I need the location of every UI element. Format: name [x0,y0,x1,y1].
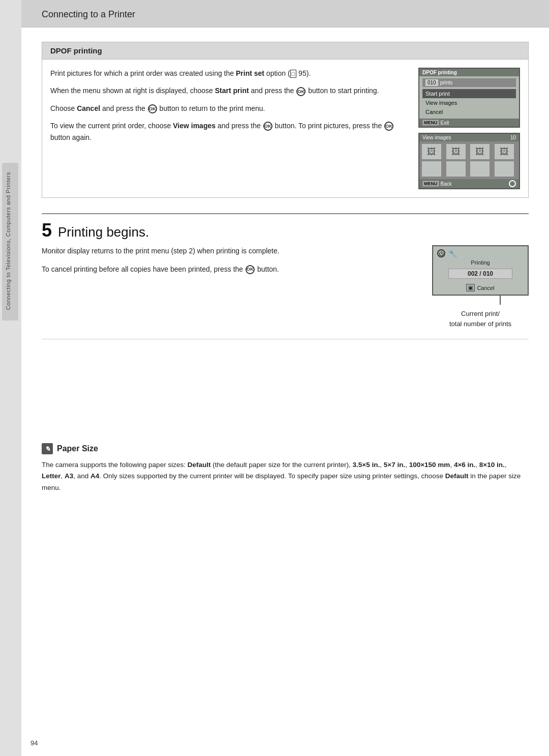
step-header: 5 Printing begins. [42,214,529,245]
view-thumb-5 [421,161,442,177]
view-screen-count: 10 [510,135,516,140]
view-thumb-8 [494,161,514,177]
dpof-screens-column: DPOF printing 010 prints Start print Vie… [418,68,520,189]
page: Connecting to Televisions, Computers and… [0,0,549,756]
view-screen-header: View images 10 [419,134,519,141]
dpof-menu-screen: DPOF printing 010 prints Start print Vie… [418,68,520,128]
cam-prints-row: 010 prints [422,78,516,87]
sidebar: Connecting to Televisions, Computers and… [0,0,21,756]
view-thumb-6 [446,161,466,177]
magnify-icon [509,180,516,187]
cam-screen-header: DPOF printing [419,69,519,76]
step-body: Monitor display returns to the print men… [42,245,529,339]
print-caption-line1: Current print/ [461,310,500,317]
step-number: 5 [42,221,52,240]
note-section: ✎ Paper Size The camera supports the fol… [42,433,529,509]
ok-button-icon-1: OK [296,87,306,96]
ok-button-icon-5: OK [246,265,255,274]
dpof-para-3: Choose Cancel and press the OK button to… [50,103,408,114]
print-progress-screen: ⏻ 🔧 Printing 002 / 010 ▣ Cancel [432,245,529,296]
print-cancel-icon: ▣ [466,284,475,292]
main-content: Connecting to a Printer DPOF printing Pr… [21,0,549,756]
dpof-para-4: To view the current print order, choose … [50,120,408,143]
cam-menu-start-print[interactable]: Start print [422,89,516,98]
cam-menu-view-images[interactable]: View images [422,98,516,107]
top-header: Connecting to a Printer [21,0,549,27]
print-counter-box: 002 / 010 [448,269,512,279]
sidebar-tab: Connecting to Televisions, Computers and… [2,163,18,321]
cam-screen-body: 010 prints Start print View images Cance… [419,76,519,119]
view-screen-title: View images [422,135,451,140]
dpof-para-1: Print pictures for which a print order w… [50,68,408,79]
ok-button-icon-4: OK [384,122,393,131]
menu-label-back: MENU [422,181,439,187]
view-screen-footer: MENU Back [419,179,519,188]
print-cancel-row: ▣ Cancel [433,281,528,295]
content-area: DPOF printing Print pictures for which a… [21,27,549,509]
print-label: Printing [433,258,528,267]
step-para-2: To cancel printing before all copies hav… [42,264,417,276]
view-thumb-2: 🖼 [446,143,466,160]
print-screen-container: ⏻ 🔧 Printing 002 / 010 ▣ Cancel [432,245,529,329]
view-thumb-1: 🖼 [421,143,442,160]
cam-menu-cancel[interactable]: Cancel [422,107,516,117]
print-power-icon: ⏻ [437,249,445,257]
menu-exit-text: Exit [441,120,449,126]
print-cancel-label: Cancel [477,285,494,291]
sidebar-label: Connecting to Televisions, Computers and… [5,172,11,310]
view-thumb-4: 🖼 [494,143,514,160]
cam-prints-label: prints [440,80,452,85]
dpof-text-column: Print pictures for which a print order w… [50,68,408,189]
cam-prints-count: 010 [425,79,438,86]
print-caption: Current print/ total number of prints [449,309,511,329]
dpof-body: Print pictures for which a print order w… [42,60,528,197]
page-title: Connecting to a Printer [42,9,135,19]
dpof-para-2: When the menu shown at right is displaye… [50,85,408,96]
note-text: The camera supports the following paper … [42,459,529,493]
step-title: Printing begins. [58,224,149,240]
note-title: Paper Size [57,444,98,453]
step-para-1: Monitor display returns to the print men… [42,245,417,257]
view-thumb-7 [470,161,490,177]
view-back-text: Back [441,181,452,187]
spacer [42,352,529,433]
callout [480,296,501,305]
dpof-heading: DPOF printing [42,42,528,60]
print-screen-icons: ⏻ 🔧 [433,246,528,258]
cam-menu-footer: MENU Exit [419,119,519,127]
page-number: 94 [30,739,38,747]
print-counter-wrapper: 002 / 010 [433,269,528,279]
view-images-screen: View images 10 🖼 🖼 🖼 🖼 [418,133,520,189]
ok-button-icon-3: OK [263,122,272,131]
step-5-section: 5 Printing begins. Monitor display retur… [42,213,529,339]
dpof-section: DPOF printing Print pictures for which a… [42,42,529,198]
view-footer-back: MENU Back [422,181,452,187]
note-icon-symbol: ✎ [45,445,50,453]
note-icon: ✎ [42,443,53,454]
cam-screen-title: DPOF printing [422,70,457,75]
print-caption-line2: total number of prints [449,320,511,328]
note-header: ✎ Paper Size [42,443,529,454]
page-ref-box: □ [290,70,297,78]
view-thumb-3: 🖼 [470,143,490,160]
ok-button-icon-2: OK [148,104,157,113]
step-text-column: Monitor display returns to the print men… [42,245,417,329]
view-grid: 🖼 🖼 🖼 🖼 [419,141,519,179]
callout-line [500,296,501,305]
print-wrench-icon: 🔧 [448,249,457,257]
menu-label-exit: MENU [422,120,439,126]
